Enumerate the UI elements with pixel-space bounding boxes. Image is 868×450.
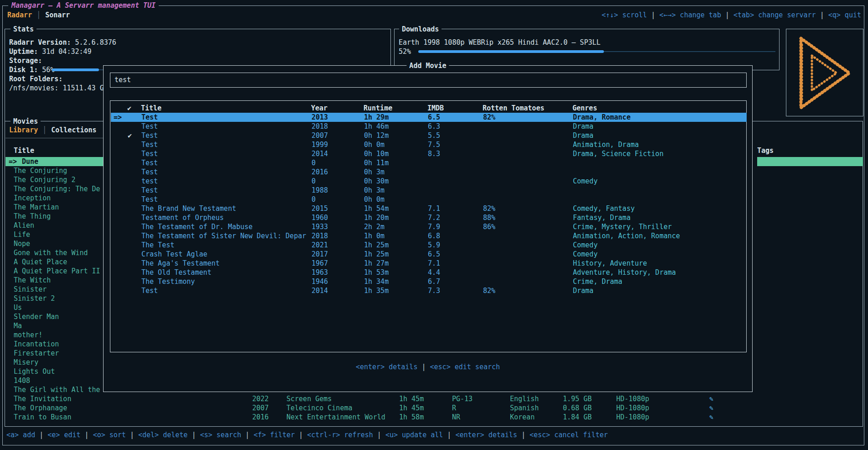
tab-separator: │ bbox=[36, 10, 41, 20]
key-hint: <a> add bbox=[6, 431, 35, 439]
result-row[interactable]: The Old Testament19631h 53m4.4Adventure,… bbox=[111, 268, 747, 277]
cell-rotten_tomatoes: 82% bbox=[483, 286, 495, 295]
separator: | bbox=[295, 431, 307, 439]
cell-imdb: 7.3 bbox=[428, 286, 440, 295]
cell-imdb: 8.3 bbox=[428, 149, 440, 158]
result-row[interactable]: Test20160h 3m bbox=[111, 167, 747, 177]
cell-title: Test bbox=[141, 122, 158, 131]
cell-imdb: 6.3 bbox=[428, 122, 440, 131]
cell-runtime: 0h 30m bbox=[364, 177, 389, 186]
result-row[interactable]: Test20181h 46m6.3Drama bbox=[111, 122, 747, 131]
cell-year: 0 bbox=[312, 177, 316, 186]
cell-title: test bbox=[141, 177, 158, 186]
result-row[interactable]: The Testament of Sister New Devil: Depar… bbox=[111, 231, 747, 241]
detail-year: 2022 bbox=[252, 394, 269, 403]
separator: | bbox=[417, 363, 430, 371]
result-row[interactable]: Crash Test Aglae20171h 25m6.5Comedy bbox=[111, 250, 747, 259]
cell-imdb: 6.5 bbox=[428, 250, 440, 259]
cell-imdb: 5.5 bbox=[428, 131, 440, 140]
detail-year: 2007 bbox=[252, 403, 269, 413]
cell-rotten_tomatoes: 86% bbox=[483, 222, 495, 231]
detail-studio: Next Entertainment World bbox=[286, 413, 385, 422]
search-input[interactable]: test bbox=[110, 73, 747, 88]
key-hint: <ctrl-r> refresh bbox=[307, 431, 373, 439]
cell-runtime: 1h 46m bbox=[364, 122, 389, 131]
cell-title: Test bbox=[141, 186, 158, 195]
add-movie-modal: Add Movie test ✔TitleYearRuntimeIMDBRott… bbox=[103, 65, 753, 392]
detail-runtime: 1h 58m bbox=[399, 413, 424, 422]
version-value: 5.2.6.8376 bbox=[75, 38, 116, 47]
detail-quality: HD-1080p bbox=[616, 403, 649, 413]
cell-runtime: 1h 35m bbox=[364, 286, 389, 295]
stats-uptime: Uptime:31d 04:32:49 bbox=[9, 47, 92, 56]
cell-year: 2017 bbox=[312, 250, 328, 259]
separator: | bbox=[721, 11, 733, 19]
result-row[interactable]: Test00h 0m bbox=[111, 195, 747, 204]
cell-genres: History, Adventure bbox=[573, 259, 647, 268]
cell-year: 2021 bbox=[312, 241, 328, 250]
results-rows: =>Test20131h 29m6.582%Drama, RomanceTest… bbox=[110, 101, 746, 352]
result-row[interactable]: ✔Test20070h 12m5.5Drama bbox=[111, 131, 747, 140]
cell-genres: Drama, Romance bbox=[573, 113, 630, 122]
cell-title: The Test bbox=[141, 241, 174, 250]
detail-language: Korean bbox=[510, 413, 535, 422]
tab-sonarr[interactable]: Sonarr bbox=[45, 10, 70, 20]
detail-language: English bbox=[510, 394, 539, 403]
key-hint: <e> edit bbox=[47, 431, 80, 439]
cell-title: Test bbox=[141, 140, 158, 149]
library-row-details[interactable]: 2016Next Entertainment World1h 58mNRKore… bbox=[5, 413, 863, 422]
library-row-details[interactable]: 2007Telecinco Cinema1h 45mRSpanish0.68 G… bbox=[5, 403, 863, 413]
add-movie-modal-title: Add Movie bbox=[406, 61, 449, 70]
cell-year: 0 bbox=[312, 158, 316, 167]
result-row[interactable]: Test19880h 3m bbox=[111, 186, 747, 195]
cell-genres: Drama, Science Fiction bbox=[573, 149, 664, 158]
result-row[interactable]: Test00h 11m bbox=[111, 158, 747, 167]
cell-genres: Comedy bbox=[573, 177, 598, 186]
cell-year: 1967 bbox=[312, 259, 328, 268]
result-row[interactable]: The Aga's Testament19671h 27m7.1History,… bbox=[111, 259, 747, 268]
key-hint: <enter> details bbox=[455, 431, 517, 439]
cell-title: The Testimony bbox=[141, 277, 195, 286]
result-row[interactable]: The Testament of Dr. Mabuse19332h 2m7.98… bbox=[111, 222, 747, 231]
cell-year: 2014 bbox=[312, 149, 328, 158]
detail-studio: Telecinco Cinema bbox=[286, 403, 353, 413]
result-row[interactable]: The Testimony19461h 34m6.7Crime, Drama bbox=[111, 277, 747, 286]
detail-studio: Screen Gems bbox=[286, 394, 332, 403]
checked-icon: ✔ bbox=[128, 131, 132, 140]
cell-imdb: 7.2 bbox=[428, 213, 440, 222]
cell-runtime: 1h 53m bbox=[364, 268, 389, 277]
pencil-icon: ✎ bbox=[709, 403, 713, 413]
key-hint: <del> delete bbox=[138, 431, 187, 439]
cell-title: The Brand New Testament bbox=[141, 204, 236, 213]
tab-radarr[interactable]: Radarr bbox=[7, 10, 32, 20]
cell-genres: Comedy bbox=[573, 250, 598, 259]
key-hint: <f> filter bbox=[254, 431, 295, 439]
cell-year: 2018 bbox=[312, 231, 328, 241]
result-row[interactable]: Test20140h 10m8.3Drama, Science Fiction bbox=[111, 149, 747, 158]
detail-runtime: 1h 45m bbox=[399, 403, 424, 413]
gauge-fill bbox=[52, 68, 99, 71]
library-row-details[interactable]: 2022Screen Gems1h 45mPG-13English1.95 GB… bbox=[5, 394, 863, 403]
key-hint: <enter> details bbox=[356, 363, 417, 371]
result-row[interactable]: Test20141h 35m7.382%Drama bbox=[111, 286, 747, 295]
cell-genres: Adventure, History, Drama bbox=[573, 268, 676, 277]
servarr-tabs: Radarr │ Sonarr bbox=[7, 10, 70, 20]
cell-runtime: 1h 25m bbox=[364, 241, 389, 250]
cell-year: 1963 bbox=[312, 268, 328, 277]
result-row[interactable]: The Test20211h 25m5.9Comedy bbox=[111, 241, 747, 250]
search-results-table: ✔TitleYearRuntimeIMDBRotten TomatoesGenr… bbox=[110, 100, 747, 352]
result-row[interactable]: The Brand New Testament20151h 54m7.182%C… bbox=[111, 204, 747, 213]
separator: | bbox=[241, 431, 254, 439]
cell-imdb: 6.7 bbox=[428, 277, 440, 286]
result-row[interactable]: Test19990h 0m7.5Animation, Drama bbox=[111, 140, 747, 149]
cell-runtime: 1h 25m bbox=[364, 250, 389, 259]
cell-imdb: 6.8 bbox=[428, 231, 440, 241]
downloads-panel: Downloads Earth 1998 1080p WEBRip x265 H… bbox=[394, 29, 780, 70]
detail-language: Spanish bbox=[510, 403, 539, 413]
result-row[interactable]: Testament of Orpheus19601h 20m7.288%Fant… bbox=[111, 213, 747, 222]
cell-imdb: 7.9 bbox=[428, 222, 440, 231]
result-row[interactable]: =>Test20131h 29m6.582%Drama, Romance bbox=[111, 113, 747, 122]
cell-genres: Drama bbox=[573, 131, 593, 140]
selection-marker: => bbox=[114, 113, 122, 122]
result-row[interactable]: test00h 30mComedy bbox=[111, 177, 747, 186]
